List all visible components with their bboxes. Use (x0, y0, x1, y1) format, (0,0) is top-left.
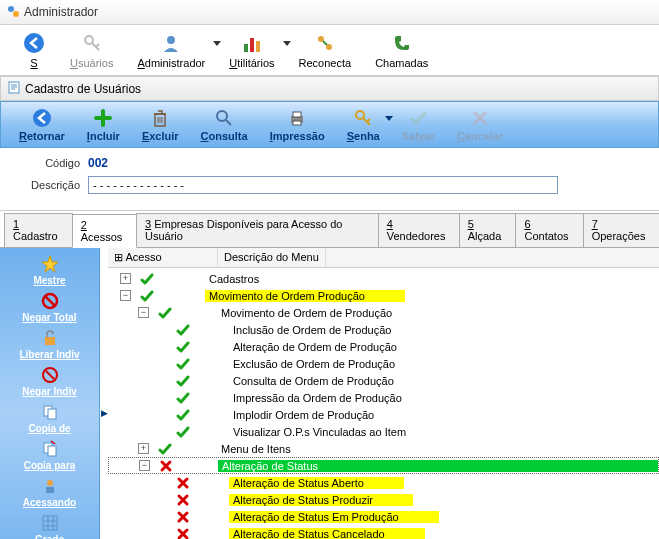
salvar-button: Salvar (392, 104, 445, 145)
tree-expander[interactable]: + (138, 443, 149, 454)
tree-row-label: Alteração de Status Cancelado (229, 528, 425, 540)
trash-icon (149, 107, 171, 129)
tree-row[interactable]: Implodir Ordem de Produção (108, 406, 659, 423)
usuarios-button[interactable]: Usuários (64, 29, 119, 71)
tree-expander[interactable]: − (120, 290, 131, 301)
tree-expander[interactable]: + (120, 273, 131, 284)
tree-row[interactable]: −Movimento de Ordem de Produção (108, 304, 659, 321)
svg-rect-28 (43, 516, 57, 530)
sidebar-scroll-right[interactable]: ▶ (100, 248, 108, 539)
svg-rect-15 (293, 112, 301, 117)
tree-header-acesso[interactable]: ⊞ Acesso (108, 248, 218, 267)
sidebar-copia-para[interactable]: Copia para (2, 437, 97, 473)
x-icon (175, 476, 191, 490)
check-icon (157, 442, 173, 456)
sidebar-grade[interactable]: Grade (2, 511, 97, 539)
tree-row[interactable]: Alteração de Status Cancelado (108, 525, 659, 539)
svg-rect-25 (48, 446, 56, 456)
key-icon (352, 107, 374, 129)
subwindow-titlebar: Cadastro de Usuários (0, 76, 659, 101)
tree-header-descricao[interactable]: Descrição do Menu (218, 248, 326, 267)
tree-row-label: Exclusão de Ordem de Produção (229, 358, 395, 370)
svg-rect-20 (45, 337, 55, 345)
check-icon (175, 357, 191, 371)
tree-row[interactable]: Alteração de Status Em Produção (108, 508, 659, 525)
tab-cadastro[interactable]: 1 Cadastro (4, 213, 73, 247)
svg-point-13 (217, 111, 227, 121)
tree-row-label: Inclusão de Ordem de Produção (229, 324, 391, 336)
svg-point-1 (13, 11, 19, 17)
descricao-label: Descrição (20, 179, 80, 191)
svg-marker-18 (42, 256, 58, 272)
document-icon (7, 80, 21, 97)
dropdown-arrow-icon[interactable] (213, 41, 221, 46)
tree-row[interactable]: Inclusão de Ordem de Produção (108, 321, 659, 338)
tab-acessos[interactable]: 2 Acessos (72, 214, 137, 248)
tree-row[interactable]: Alteração de Ordem de Produção (108, 338, 659, 355)
tree-row-label: Impressão da Ordem de Produção (229, 392, 402, 404)
tree-expander[interactable]: − (139, 460, 150, 471)
sair-button[interactable]: S (16, 29, 52, 71)
sub-toolbar: Retornar Incluir Excluir Consulta Impres… (0, 101, 659, 148)
unlock-icon (40, 328, 60, 348)
senha-button[interactable]: Senha (337, 104, 390, 145)
tree-row[interactable]: −Movimento de Ordem Produção (108, 287, 659, 304)
tree-row[interactable]: Exclusão de Ordem de Produção (108, 355, 659, 372)
sidebar-negar-indiv[interactable]: Negar Indiv (2, 363, 97, 399)
app-icon (6, 4, 20, 20)
svg-point-2 (24, 33, 44, 53)
tabs: 1 Cadastro 2 Acessos 3 Empresas Disponív… (0, 213, 659, 248)
retornar-button[interactable]: Retornar (9, 104, 75, 145)
sidebar-negar-total[interactable]: Negar Total (2, 289, 97, 325)
tree-row[interactable]: +Menu de Itens (108, 440, 659, 457)
main-toolbar: S Usuários Administrador Utilitários Rec… (0, 25, 659, 76)
check-icon (175, 323, 191, 337)
sidebar-mestre[interactable]: Mestre (2, 252, 97, 288)
svg-rect-6 (250, 38, 254, 52)
chamadas-button[interactable]: Chamadas (369, 29, 434, 71)
excluir-button[interactable]: Excluir (132, 104, 189, 145)
x-icon (175, 527, 191, 540)
incluir-button[interactable]: Incluir (77, 104, 130, 145)
tab-operacoes[interactable]: 7 Operações (583, 213, 659, 247)
reconecta-button[interactable]: Reconecta (293, 29, 358, 71)
x-icon (469, 107, 491, 129)
tree-row-label: Visualizar O.P.s Vinculadas ao Item (229, 426, 406, 438)
svg-point-11 (33, 109, 51, 127)
check-icon (407, 107, 429, 129)
codigo-value: 002 (88, 156, 108, 170)
tab-vendedores[interactable]: 4 Vendedores (378, 213, 460, 247)
dropdown-arrow-icon[interactable] (283, 41, 291, 46)
tree-row[interactable]: Visualizar O.P.s Vinculadas ao Item (108, 423, 659, 440)
tab-alcada[interactable]: 5 Alçada (459, 213, 517, 247)
tab-empresas[interactable]: 3 Empresas Disponíveis para Acesso do Us… (136, 213, 379, 247)
consulta-button[interactable]: Consulta (191, 104, 258, 145)
check-icon (175, 408, 191, 422)
svg-point-4 (167, 36, 175, 44)
descricao-input[interactable] (88, 176, 558, 194)
x-icon (175, 493, 191, 507)
utilitarios-button[interactable]: Utilitários (223, 29, 280, 71)
tree-row[interactable]: +Cadastros (108, 270, 659, 287)
impressao-button[interactable]: Impressão (260, 104, 335, 145)
tree-row[interactable]: Alteração de Status Produzir (108, 491, 659, 508)
sidebar-acessando[interactable]: Acessando (2, 474, 97, 510)
copy-from-icon (40, 402, 60, 422)
copy-to-icon (40, 439, 60, 459)
sidebar-liberar-indiv[interactable]: Liberar Indiv (2, 326, 97, 362)
tree-row[interactable]: −Alteração de Status (108, 457, 659, 474)
tree-expander[interactable]: − (138, 307, 149, 318)
administrador-button[interactable]: Administrador (131, 29, 211, 71)
x-icon (175, 510, 191, 524)
codigo-label: Código (20, 157, 80, 169)
tree-row[interactable]: Impressão da Ordem de Produção (108, 389, 659, 406)
svg-rect-5 (244, 44, 248, 52)
tab-contatos[interactable]: 6 Contatos (515, 213, 583, 247)
sidebar-copia-de[interactable]: Copia de (2, 400, 97, 436)
admin-user-icon (159, 31, 183, 55)
tree-body: +Cadastros−Movimento de Ordem Produção−M… (108, 268, 659, 539)
plus-icon (92, 107, 114, 129)
tree-row[interactable]: Alteração de Status Aberto (108, 474, 659, 491)
tree-row-label: Cadastros (205, 273, 259, 285)
tree-row[interactable]: Consulta de Ordem de Produção (108, 372, 659, 389)
